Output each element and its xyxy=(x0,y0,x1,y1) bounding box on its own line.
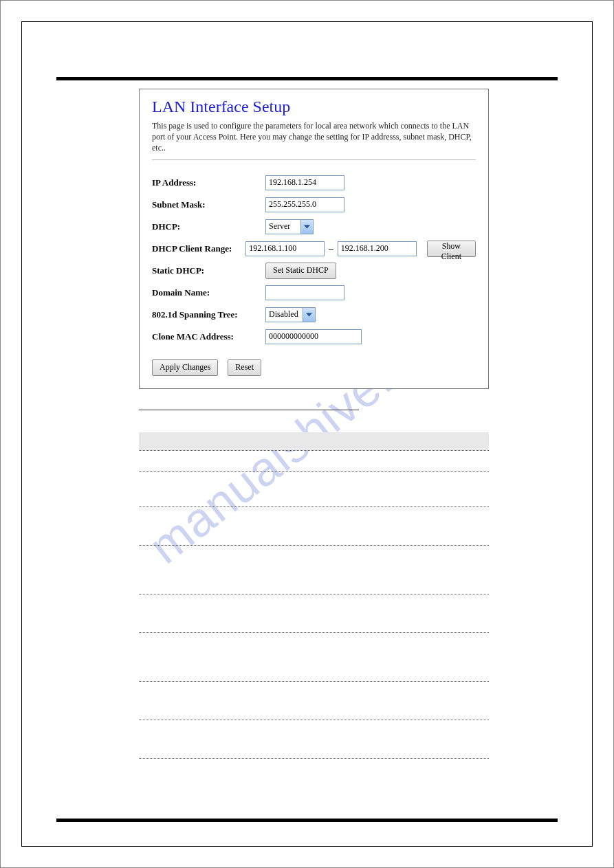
ip-address-input[interactable] xyxy=(265,175,344,190)
dotted-rule xyxy=(139,471,489,472)
label-domain: Domain Name: xyxy=(152,287,265,298)
lan-setup-panel: LAN Interface Setup This page is used to… xyxy=(139,89,489,389)
page-frame: manualshive.com LAN Interface Setup This… xyxy=(21,21,593,847)
reset-button[interactable]: Reset xyxy=(228,359,261,376)
label-dhcp-range: DHCP Client Range: xyxy=(152,243,245,254)
row-spanning: 802.1d Spanning Tree: Disabled xyxy=(152,304,476,325)
label-spanning: 802.1d Spanning Tree: xyxy=(152,309,265,320)
apply-changes-button[interactable]: Apply Changes xyxy=(152,359,218,376)
panel-description: This page is used to configure the param… xyxy=(152,120,476,160)
clone-mac-input[interactable] xyxy=(265,329,362,344)
dotted-rule xyxy=(139,720,489,720)
document-page: manualshive.com LAN Interface Setup This… xyxy=(0,0,614,868)
subnet-mask-input[interactable] xyxy=(265,197,344,212)
panel-title: LAN Interface Setup xyxy=(152,98,476,116)
chevron-down-icon xyxy=(303,308,315,322)
label-clone-mac: Clone MAC Address: xyxy=(152,331,265,342)
row-domain: Domain Name: xyxy=(152,282,476,303)
dotted-rule xyxy=(139,507,489,507)
action-row: Apply Changes Reset xyxy=(152,359,476,376)
form-area: IP Address: Subnet Mask: DHCP: Server xyxy=(152,160,476,376)
row-clone-mac: Clone MAC Address: xyxy=(152,326,476,347)
set-static-dhcp-button[interactable]: Set Static DHCP xyxy=(265,263,336,279)
domain-name-input[interactable] xyxy=(265,285,344,300)
show-client-button[interactable]: Show Client xyxy=(427,241,476,257)
dotted-rule xyxy=(139,758,489,759)
table-placeholder xyxy=(139,410,489,759)
dhcp-range-end-input[interactable] xyxy=(338,241,417,256)
top-rule xyxy=(56,77,558,80)
spanning-tree-select[interactable]: Disabled xyxy=(265,307,316,322)
row-dhcp-range: DHCP Client Range: – Show Client xyxy=(152,238,476,259)
divider-line xyxy=(139,410,359,410)
dotted-rule xyxy=(139,632,489,633)
range-separator: – xyxy=(325,243,338,254)
row-dhcp: DHCP: Server xyxy=(152,216,476,237)
dhcp-select[interactable]: Server xyxy=(265,219,314,234)
label-subnet: Subnet Mask: xyxy=(152,199,265,210)
dotted-rule xyxy=(139,545,489,546)
row-subnet: Subnet Mask: xyxy=(152,194,476,215)
row-ip: IP Address: xyxy=(152,173,476,193)
label-static-dhcp: Static DHCP: xyxy=(152,265,265,276)
table-header-band xyxy=(139,432,489,450)
label-dhcp: DHCP: xyxy=(152,221,265,232)
spanning-tree-value: Disabled xyxy=(266,308,303,322)
dotted-rule xyxy=(139,681,489,682)
dhcp-select-value: Server xyxy=(266,220,300,234)
bottom-rule xyxy=(56,819,558,822)
dhcp-range-start-input[interactable] xyxy=(245,241,325,256)
label-ip: IP Address: xyxy=(152,177,265,188)
dotted-rule xyxy=(139,450,489,451)
chevron-down-icon xyxy=(300,220,313,234)
row-static-dhcp: Static DHCP: Set Static DHCP xyxy=(152,260,476,281)
dotted-rule xyxy=(139,594,489,594)
